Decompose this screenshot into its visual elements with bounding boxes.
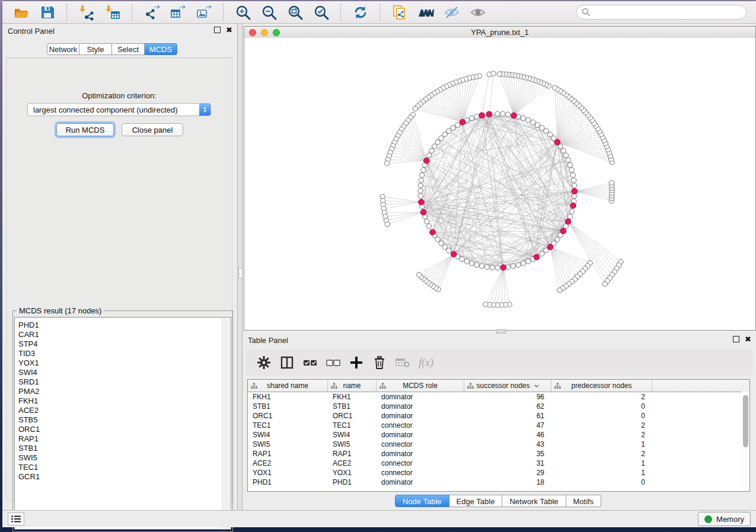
table-cell[interactable]: 46 [464,431,551,439]
table-cell[interactable]: STB1 [248,402,328,411]
mcds-hub-node[interactable] [572,188,578,194]
table-row[interactable]: SWI4SWI4dominator462 [248,430,749,440]
ring-node[interactable] [567,162,572,167]
ring-node[interactable] [426,153,431,158]
network-graph[interactable] [244,38,756,331]
export-table-icon[interactable] [169,4,187,21]
close-panel-icon[interactable]: ✖ [745,336,751,342]
tab-motifs[interactable]: Motifs [566,495,602,507]
mcds-hub-node[interactable] [451,251,457,257]
sort-chevron-icon[interactable] [534,384,539,387]
mcds-hub-node[interactable] [554,139,560,145]
table-row[interactable]: STB1STB1dominator620 [248,402,749,411]
close-panel-button[interactable]: Close panel [122,123,183,136]
table-cell[interactable]: ORC1 [328,412,377,420]
ring-node[interactable] [418,194,423,198]
table-cell[interactable]: connector [377,421,464,430]
ring-node[interactable] [418,188,423,193]
ring-node[interactable] [432,144,437,149]
mcds-result-item[interactable]: STB5 [15,415,221,425]
mcds-hub-node[interactable] [479,113,485,118]
table-cell[interactable]: dominator [377,478,464,486]
table-cell[interactable]: SWI4 [328,431,377,439]
mcds-result-item[interactable]: RAP1 [15,434,221,444]
import-network-icon[interactable] [78,4,95,21]
network-window-titlebar[interactable]: YPA_prune.txt_1 [244,27,755,39]
ring-node[interactable] [567,214,572,219]
zoom-fit-icon[interactable] [286,4,304,21]
ring-node[interactable] [474,114,479,119]
float-panel-icon[interactable] [214,27,221,33]
horizontal-splitter-grip[interactable] [496,329,506,334]
show-all-icon[interactable] [469,4,487,21]
mcds-hub-node[interactable] [500,265,506,271]
mcds-result-item[interactable]: ORC1 [15,425,221,434]
table-row[interactable]: FKH1FKH1dominator962 [248,392,749,402]
ring-node[interactable] [484,265,489,270]
ring-node[interactable] [455,123,460,127]
ring-node[interactable] [446,129,451,133]
column-header-shared-name[interactable]: shared name [248,380,328,392]
mcds-result-item[interactable]: SWI5 [15,453,221,463]
tab-network-table[interactable]: Network Table [502,495,566,507]
table-cell[interactable]: TEC1 [248,421,328,430]
tab-mcds[interactable]: MCDS [145,43,177,55]
ring-node[interactable] [421,168,426,172]
table-cell[interactable]: RAP1 [248,450,328,458]
ring-node[interactable] [563,153,568,158]
refresh-icon[interactable] [352,4,369,21]
table-cell[interactable]: TEC1 [328,421,377,430]
ring-node[interactable] [535,123,540,127]
table-cell[interactable]: 2 [551,393,652,401]
ring-node[interactable] [435,140,440,145]
table-cell[interactable]: dominator [377,412,464,420]
table-cell[interactable]: 1 [551,469,652,477]
fan-node[interactable] [385,222,390,227]
fan-node[interactable] [609,180,614,185]
ring-node[interactable] [439,241,444,246]
fan-node[interactable] [552,85,557,90]
ring-node[interactable] [561,148,566,153]
mcds-hub-node[interactable] [460,119,465,125]
mcds-result-item[interactable]: STP4 [15,339,221,349]
table-scrollbar-thumb[interactable] [743,395,748,447]
mcds-list-scrollbar[interactable] [222,318,230,528]
mcds-result-item[interactable]: STB1 [15,444,221,453]
ring-node[interactable] [460,257,464,261]
mcds-result-item[interactable]: TEC1 [15,463,221,472]
table-cell[interactable]: 1 [551,440,652,448]
ring-node[interactable] [521,261,525,265]
new-network-from-selection-icon[interactable] [391,4,409,21]
export-network-icon[interactable] [143,4,161,21]
table-cell[interactable]: SWI5 [248,440,328,448]
delete-column-icon[interactable] [370,354,389,371]
tab-select[interactable]: Select [112,43,145,55]
table-cell[interactable]: 96 [464,393,551,401]
fan-node[interactable] [483,302,488,307]
table-cell[interactable]: 0 [551,478,652,486]
ring-node[interactable] [572,178,576,182]
fan-node[interactable] [491,71,496,76]
table-row[interactable]: RAP1RAP1dominator352 [248,449,749,459]
ring-node[interactable] [555,237,560,242]
table-cell[interactable]: STB1 [328,402,377,411]
mcds-result-item[interactable]: YOX1 [15,358,221,368]
ring-node[interactable] [429,148,434,153]
table-row[interactable]: ORC1ORC1dominator610 [248,411,749,421]
ring-node[interactable] [495,265,500,270]
table-cell[interactable]: dominator [377,393,464,401]
table-cell[interactable]: connector [377,469,464,477]
ring-node[interactable] [500,111,505,116]
table-cell[interactable]: ACE2 [328,459,377,467]
mcds-hub-node[interactable] [511,113,517,118]
ring-node[interactable] [569,209,574,214]
table-cell[interactable]: connector [377,440,464,448]
mcds-result-item[interactable]: PMA2 [15,387,221,396]
fan-node[interactable] [497,72,502,76]
mcds-result-item[interactable]: CAR1 [15,330,221,339]
table-cell[interactable]: 61 [464,412,551,420]
ring-node[interactable] [420,172,425,177]
tab-edge-table[interactable]: Edge Table [449,495,503,507]
ring-node[interactable] [569,168,574,172]
ring-node[interactable] [446,248,451,253]
